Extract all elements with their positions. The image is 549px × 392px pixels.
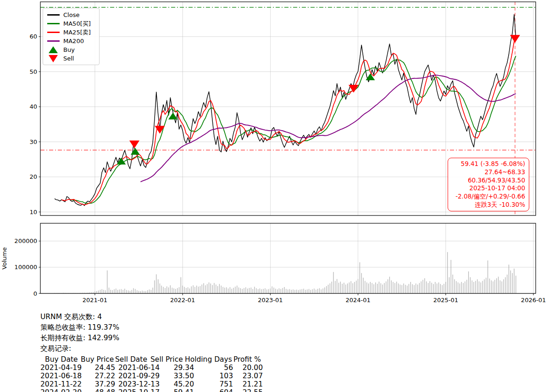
volume-bar bbox=[477, 279, 477, 293]
volume-bar bbox=[156, 274, 156, 293]
y-axis-tick-label: 20 bbox=[29, 173, 37, 180]
volume-bar bbox=[405, 285, 405, 293]
volume-bar bbox=[230, 287, 230, 293]
ma25-line-swatch bbox=[47, 32, 60, 33]
volume-bar bbox=[332, 282, 332, 293]
volume-bar bbox=[333, 272, 333, 293]
volume-bar bbox=[168, 287, 169, 293]
volume-bar bbox=[465, 282, 465, 293]
cell-holding-days: 751 bbox=[194, 380, 233, 388]
volume-bar bbox=[228, 288, 228, 293]
volume-bar bbox=[258, 289, 258, 293]
cell-profit: 22.55 bbox=[233, 388, 263, 392]
volume-bar bbox=[510, 271, 511, 293]
volume-bar bbox=[284, 287, 284, 293]
volume-bar bbox=[402, 285, 402, 293]
volume-bar bbox=[217, 286, 218, 293]
volume-bar bbox=[291, 290, 292, 293]
volume-bar bbox=[298, 290, 299, 293]
volume-bar bbox=[317, 289, 318, 293]
col-buy-price: Buy Price bbox=[81, 355, 115, 364]
volume-bar bbox=[388, 279, 388, 293]
volume-bar bbox=[438, 282, 439, 293]
legend-item-sell: Sell bbox=[47, 54, 95, 63]
x-axis-tick-label: 2022-01 bbox=[170, 297, 195, 304]
volume-bar bbox=[166, 287, 167, 293]
y-axis-tick-label: 40 bbox=[29, 103, 37, 110]
volume-bar bbox=[212, 285, 213, 293]
volume-bar bbox=[181, 277, 181, 293]
info-price-change: 59.41 (-3.85 -6.08%) bbox=[452, 160, 525, 168]
volume-bar bbox=[381, 283, 381, 293]
volume-bar bbox=[293, 289, 293, 293]
volume-bar bbox=[100, 290, 100, 293]
legend-item-buy: Buy bbox=[47, 45, 95, 54]
volume-bar bbox=[373, 284, 374, 293]
cell-buy-date: 2021-11-22 bbox=[40, 380, 76, 388]
volume-bar bbox=[466, 280, 467, 293]
volume-bar bbox=[512, 273, 513, 294]
volume-bar bbox=[245, 287, 246, 293]
cell-holding-days: 56 bbox=[194, 364, 233, 372]
volume-bar bbox=[103, 290, 104, 293]
trade-table-header: Buy Date Buy Price Sell Date Sell Price … bbox=[40, 355, 266, 364]
volume-bar bbox=[277, 289, 277, 293]
volume-bar bbox=[366, 282, 367, 293]
volume-bar bbox=[224, 287, 225, 293]
trade-log-title: 交易记录: bbox=[40, 343, 266, 354]
y-axis-tick-label: 50 bbox=[29, 68, 37, 75]
cell-holding-days: 103 bbox=[194, 372, 233, 380]
volume-bar bbox=[170, 285, 171, 293]
volume-bar bbox=[361, 273, 362, 294]
volume-bar bbox=[365, 281, 365, 293]
volume-bar bbox=[266, 289, 267, 293]
volume-bar bbox=[432, 283, 432, 293]
volume-bar bbox=[393, 282, 393, 293]
cell-buy-date: 2021-06-18 bbox=[40, 372, 76, 380]
y-axis-tick-label: 10 bbox=[29, 209, 37, 215]
volume-bar bbox=[426, 282, 427, 293]
volume-bar bbox=[124, 289, 125, 293]
legend-label: Close bbox=[63, 11, 79, 18]
sell-marker bbox=[129, 140, 139, 148]
volume-bar bbox=[500, 281, 500, 294]
y-axis-tick-label: 60 bbox=[29, 33, 37, 40]
volume-bar bbox=[314, 288, 314, 293]
cell-profit: 23.07 bbox=[233, 372, 263, 380]
volume-bar bbox=[507, 275, 507, 293]
buy-marker bbox=[168, 113, 177, 120]
volume-bar bbox=[422, 280, 423, 293]
volume-bar bbox=[496, 278, 497, 293]
volume-bar bbox=[123, 290, 123, 293]
volume-bar bbox=[456, 281, 456, 293]
volume-bar bbox=[275, 289, 276, 293]
volume-bar bbox=[283, 288, 283, 293]
volume-bar bbox=[502, 282, 502, 293]
volume-bar bbox=[273, 287, 274, 293]
col-holding-days: Holding Days bbox=[185, 355, 233, 364]
volume-bar bbox=[200, 286, 200, 293]
volume-bar bbox=[237, 286, 237, 293]
volume-bar bbox=[272, 287, 272, 293]
volume-bar bbox=[177, 288, 177, 293]
volume-bar bbox=[238, 287, 239, 293]
volume-bar bbox=[112, 290, 113, 293]
stock-strategy-figure: 10203040506001000002000002021-012022-012… bbox=[0, 0, 549, 392]
volume-bar bbox=[289, 289, 290, 293]
volume-bar bbox=[368, 283, 369, 293]
volume-bar bbox=[149, 289, 150, 293]
volume-bar bbox=[265, 288, 265, 293]
volume-bar bbox=[307, 289, 307, 293]
cell-sell-price: 59.41 bbox=[161, 388, 194, 392]
volume-bar bbox=[460, 283, 460, 293]
volume-bar bbox=[479, 282, 479, 293]
volume-bar bbox=[414, 285, 414, 293]
volume-bar bbox=[514, 269, 514, 293]
volume-bar bbox=[321, 289, 322, 293]
volume-bar bbox=[249, 288, 250, 293]
volume-bar bbox=[407, 286, 407, 293]
volume-bar bbox=[417, 285, 418, 293]
table-row: 2021-11-22 37.29 2023-12-13 45.20 751 21… bbox=[40, 380, 266, 388]
volume-bar bbox=[145, 291, 146, 293]
info-streak: 连跌3天 -10.30% bbox=[452, 201, 525, 209]
